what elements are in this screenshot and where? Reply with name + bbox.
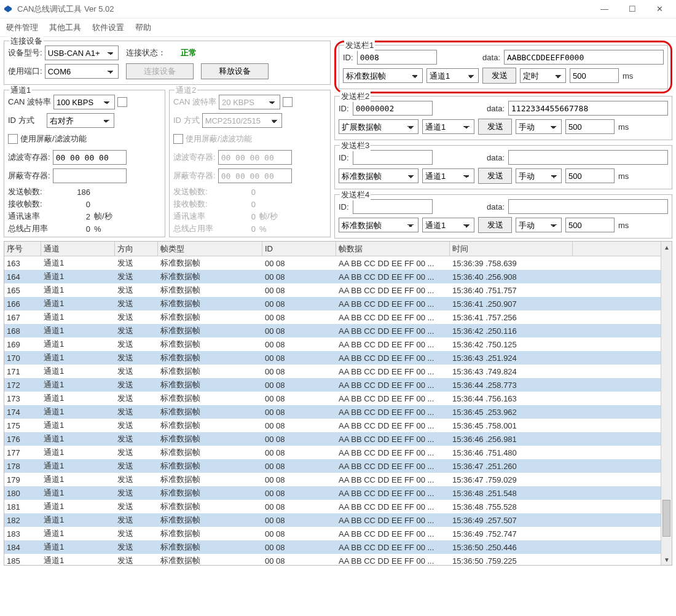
send4-send-button[interactable]: 发送 bbox=[478, 217, 512, 233]
send3-data-input[interactable] bbox=[508, 150, 668, 165]
ch1-bus-value: 0 bbox=[57, 224, 94, 234]
ch2-idmode-label: ID 方式 bbox=[173, 115, 200, 126]
send1-mode-select[interactable]: 定时 bbox=[520, 68, 566, 83]
send2-id-input[interactable] bbox=[353, 101, 433, 116]
ch1-filterreg-input[interactable] bbox=[53, 150, 127, 165]
ch1-rate-label: 通讯速率 bbox=[8, 211, 57, 222]
table-row[interactable]: 171通道1发送标准数据帧00 08AA BB CC DD EE FF 00 .… bbox=[4, 365, 661, 378]
th-seq[interactable]: 序号 bbox=[4, 242, 41, 256]
send3-send-button[interactable]: 发送 bbox=[478, 168, 512, 184]
send3-frame-select[interactable]: 标准数据帧 bbox=[339, 168, 419, 183]
scroll-down-icon[interactable]: ▼ bbox=[662, 555, 672, 564]
send4-id-input[interactable] bbox=[353, 199, 433, 214]
ch1-idmode-select[interactable]: 右对齐 bbox=[47, 113, 114, 128]
send1-interval-input[interactable] bbox=[570, 68, 619, 83]
model-select[interactable]: USB-CAN A1+ bbox=[45, 45, 119, 60]
send2-send-button[interactable]: 发送 bbox=[478, 119, 512, 135]
send4-interval-input[interactable] bbox=[565, 218, 615, 232]
scroll-up-icon[interactable]: ▲ bbox=[662, 242, 672, 252]
send3-mode-select[interactable]: 手动 bbox=[516, 168, 562, 183]
table-scrollbar[interactable]: ▲ ▼ bbox=[661, 242, 672, 565]
close-button[interactable]: ✕ bbox=[646, 1, 674, 18]
send3-channel-select[interactable]: 通道1 bbox=[422, 168, 474, 183]
th-time[interactable]: 时间 bbox=[450, 242, 573, 256]
release-button[interactable]: 释放设备 bbox=[201, 63, 269, 79]
ch2-bus-unit: % bbox=[259, 224, 284, 234]
send1-id-input[interactable] bbox=[357, 50, 437, 65]
send2-channel-select[interactable]: 通道1 bbox=[422, 119, 474, 134]
table-row[interactable]: 170通道1发送标准数据帧00 08AA BB CC DD EE FF 00 .… bbox=[4, 351, 661, 365]
send4-data-input[interactable] bbox=[508, 199, 668, 214]
table-row[interactable]: 173通道1发送标准数据帧00 08AA BB CC DD EE FF 00 .… bbox=[4, 392, 661, 405]
port-select[interactable]: COM6 bbox=[45, 64, 119, 79]
table-row[interactable]: 185通道1发送标准数据帧00 08AA BB CC DD EE FF 00 .… bbox=[4, 554, 661, 565]
table-row[interactable]: 167通道1发送标准数据帧00 08AA BB CC DD EE FF 00 .… bbox=[4, 310, 661, 324]
send2-data-label: data: bbox=[487, 104, 505, 113]
connect-button[interactable]: 连接设备 bbox=[126, 63, 194, 79]
th-type[interactable]: 帧类型 bbox=[158, 242, 262, 256]
maximize-button[interactable]: ☐ bbox=[618, 1, 646, 18]
send3-id-input[interactable] bbox=[353, 150, 433, 165]
th-data[interactable]: 帧数据 bbox=[336, 242, 450, 256]
table-row[interactable]: 182通道1发送标准数据帧00 08AA BB CC DD EE FF 00 .… bbox=[4, 513, 661, 527]
ch2-baud-checkbox bbox=[283, 97, 293, 107]
ch1-tx-label: 发送帧数: bbox=[8, 186, 57, 197]
minimize-button[interactable]: — bbox=[591, 1, 618, 18]
table-row[interactable]: 176通道1发送标准数据帧00 08AA BB CC DD EE FF 00 .… bbox=[4, 432, 661, 446]
channel1-group: 通道1 CAN 波特率 100 KBPS ID 方式 右对齐 使用屏蔽/滤波功能… bbox=[4, 90, 165, 237]
ch2-filterreg-input bbox=[218, 150, 292, 165]
table-row[interactable]: 166通道1发送标准数据帧00 08AA BB CC DD EE FF 00 .… bbox=[4, 297, 661, 310]
table-row[interactable]: 180通道1发送标准数据帧00 08AA BB CC DD EE FF 00 .… bbox=[4, 486, 661, 500]
table-row[interactable]: 179通道1发送标准数据帧00 08AA BB CC DD EE FF 00 .… bbox=[4, 473, 661, 486]
send1-id-label: ID: bbox=[343, 53, 353, 62]
send4-ms-label: ms bbox=[618, 221, 629, 230]
ch2-maskreg-input bbox=[218, 168, 292, 183]
menu-software[interactable]: 软件设置 bbox=[92, 22, 124, 33]
table-row[interactable]: 174通道1发送标准数据帧00 08AA BB CC DD EE FF 00 .… bbox=[4, 405, 661, 419]
send2-mode-select[interactable]: 手动 bbox=[516, 119, 562, 134]
send4-mode-select[interactable]: 手动 bbox=[516, 218, 562, 232]
table-row[interactable]: 183通道1发送标准数据帧00 08AA BB CC DD EE FF 00 .… bbox=[4, 527, 661, 540]
send2-frame-select[interactable]: 扩展数据帧 bbox=[339, 119, 419, 134]
send4-frame-select[interactable]: 标准数据帧 bbox=[339, 218, 419, 232]
table-row[interactable]: 184通道1发送标准数据帧00 08AA BB CC DD EE FF 00 .… bbox=[4, 540, 661, 554]
ch1-baud-select[interactable]: 100 KBPS bbox=[53, 95, 115, 109]
ch2-filter-checkbox bbox=[173, 134, 183, 144]
ch1-filter-label: 使用屏蔽/滤波功能 bbox=[20, 133, 87, 144]
send1-send-button[interactable]: 发送 bbox=[482, 68, 516, 84]
scroll-thumb[interactable] bbox=[662, 500, 670, 537]
send2-data-input[interactable] bbox=[508, 101, 668, 116]
menu-other[interactable]: 其他工具 bbox=[49, 22, 81, 33]
model-label: 设备型号: bbox=[8, 47, 42, 58]
table-row[interactable]: 181通道1发送标准数据帧00 08AA BB CC DD EE FF 00 .… bbox=[4, 500, 661, 513]
send1-channel-select[interactable]: 通道1 bbox=[426, 68, 479, 83]
send2-interval-input[interactable] bbox=[565, 119, 615, 134]
send4-channel-select[interactable]: 通道1 bbox=[422, 218, 474, 232]
send4-id-label: ID: bbox=[339, 202, 349, 211]
table-row[interactable]: 165通道1发送标准数据帧00 08AA BB CC DD EE FF 00 .… bbox=[4, 283, 661, 297]
table-row[interactable]: 164通道1发送标准数据帧00 08AA BB CC DD EE FF 00 .… bbox=[4, 270, 661, 283]
ch1-baud-checkbox[interactable] bbox=[117, 97, 127, 107]
table-row[interactable]: 163通道1发送标准数据帧00 08AA BB CC DD EE FF 00 .… bbox=[4, 256, 661, 270]
send3-group: 发送栏3 ID: data: 标准数据帧 通道1 发送 手动 ms bbox=[334, 145, 672, 189]
th-id[interactable]: ID bbox=[262, 242, 336, 256]
send2-id-label: ID: bbox=[339, 104, 349, 113]
ch2-baud-label: CAN 波特率 bbox=[173, 97, 216, 108]
ch1-maskreg-input[interactable] bbox=[53, 168, 127, 183]
table-row[interactable]: 178通道1发送标准数据帧00 08AA BB CC DD EE FF 00 .… bbox=[4, 459, 661, 473]
menu-hardware[interactable]: 硬件管理 bbox=[6, 22, 38, 33]
ch1-idmode-label: ID 方式 bbox=[8, 115, 34, 126]
send1-data-input[interactable] bbox=[504, 50, 664, 65]
send4-group: 发送栏4 ID: data: 标准数据帧 通道1 发送 手动 ms bbox=[334, 194, 672, 239]
table-row[interactable]: 168通道1发送标准数据帧00 08AA BB CC DD EE FF 00 .… bbox=[4, 324, 661, 338]
send3-interval-input[interactable] bbox=[565, 168, 615, 183]
th-dir[interactable]: 方向 bbox=[115, 242, 158, 256]
send1-frame-select[interactable]: 标准数据帧 bbox=[343, 68, 423, 83]
table-row[interactable]: 172通道1发送标准数据帧00 08AA BB CC DD EE FF 00 .… bbox=[4, 378, 661, 392]
menu-help[interactable]: 帮助 bbox=[135, 22, 151, 33]
th-ch[interactable]: 通道 bbox=[41, 242, 115, 256]
table-row[interactable]: 169通道1发送标准数据帧00 08AA BB CC DD EE FF 00 .… bbox=[4, 338, 661, 351]
ch1-filter-checkbox[interactable] bbox=[8, 134, 18, 144]
table-row[interactable]: 177通道1发送标准数据帧00 08AA BB CC DD EE FF 00 .… bbox=[4, 446, 661, 459]
table-row[interactable]: 175通道1发送标准数据帧00 08AA BB CC DD EE FF 00 .… bbox=[4, 419, 661, 432]
